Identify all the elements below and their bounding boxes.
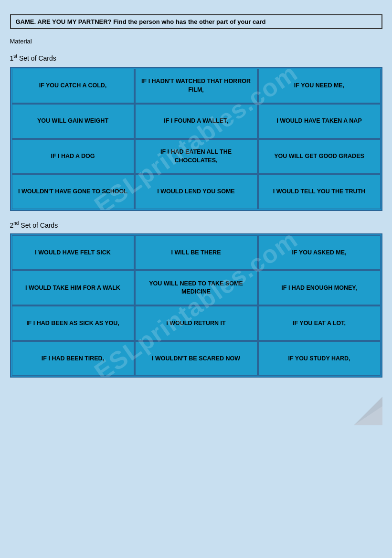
set2-card-grid: I WOULD HAVE FELT SICKI WILL BE THEREIF … <box>12 235 381 376</box>
material-label: Material <box>10 38 382 45</box>
set2-card-4: YOU WILL NEED TO TAKE SOME MEDICINE <box>135 271 257 305</box>
bottom-area <box>10 387 382 425</box>
set1-card-1: IF I HADN'T WATCHED THAT HORROR FILM, <box>135 69 257 103</box>
page-curl-icon <box>354 397 382 425</box>
title-box: GAME. ARE YOU MY PARTNER? Find the perso… <box>10 14 382 29</box>
set1-card-8: YOU WILL GET GOOD GRADES <box>258 139 381 174</box>
set2-card-8: IF YOU EAT A LOT, <box>258 306 381 340</box>
set2-label: 2nd Set of Cards <box>10 221 382 229</box>
set2-card-2: IF YOU ASKED ME, <box>258 235 381 270</box>
set1-card-2: IF YOU NEED ME, <box>258 69 381 103</box>
set1-card-grid: IF YOU CATCH A COLD,IF I HADN'T WATCHED … <box>12 69 381 209</box>
set1-card-11: I WOULD TELL YOU THE TRUTH <box>258 175 381 209</box>
set2-grid-wrapper: I WOULD HAVE FELT SICKI WILL BE THEREIF … <box>10 233 382 378</box>
set1-card-4: IF I FOUND A WALLET, <box>135 104 257 138</box>
page: GAME. ARE YOU MY PARTNER? Find the perso… <box>10 14 382 544</box>
set1-card-5: I WOULD HAVE TAKEN A NAP <box>258 104 381 138</box>
set2-card-7: I WOULD RETURN IT <box>135 306 257 340</box>
set1-card-10: I WOULD LEND YOU SOME <box>135 175 257 209</box>
set1-card-0: IF YOU CATCH A COLD, <box>12 69 134 103</box>
set2-card-3: I WOULD TAKE HIM FOR A WALK <box>12 271 134 305</box>
set2-card-11: IF YOU STUDY HARD, <box>258 341 381 376</box>
svg-marker-1 <box>354 406 382 425</box>
set2-card-1: I WILL BE THERE <box>135 235 257 270</box>
set1-label: 1st Set of Cards <box>10 53 382 62</box>
set1-grid-wrapper: IF YOU CATCH A COLD,IF I HADN'T WATCHED … <box>10 67 382 211</box>
title-text: GAME. ARE YOU MY PARTNER? Find the perso… <box>16 18 266 25</box>
set2-card-6: IF I HAD BEEN AS SICK AS YOU, <box>12 306 134 340</box>
set1-card-6: IF I HAD A DOG <box>12 139 134 174</box>
set2-card-9: IF I HAD BEEN TIRED, <box>12 341 134 376</box>
set2-card-5: IF I HAD ENOUGH MONEY, <box>258 271 381 305</box>
set2-card-10: I WOULDN'T BE SCARED NOW <box>135 341 257 376</box>
set2-card-0: I WOULD HAVE FELT SICK <box>12 235 134 270</box>
set1-card-3: YOU WILL GAIN WEIGHT <box>12 104 134 138</box>
set1-card-7: IF I HAD EATEN ALL THE CHOCOLATES, <box>135 139 257 174</box>
set1-card-9: I WOULDN'T HAVE GONE TO SCHOOL <box>12 175 134 209</box>
